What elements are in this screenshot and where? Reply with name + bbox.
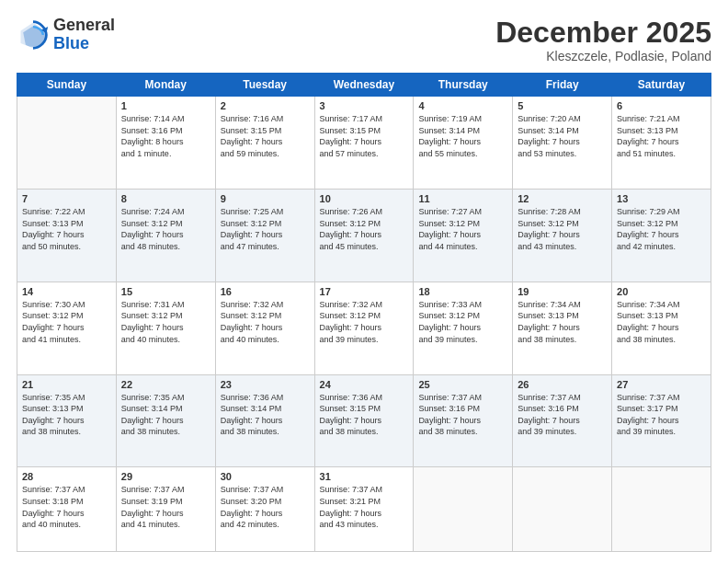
calendar-cell: [612, 467, 711, 552]
day-number: 25: [418, 379, 507, 390]
day-info: Sunrise: 7:16 AM Sunset: 3:15 PM Dayligh…: [221, 113, 310, 159]
day-info: Sunrise: 7:25 AM Sunset: 3:12 PM Dayligh…: [221, 206, 310, 252]
day-info: Sunrise: 7:32 AM Sunset: 3:12 PM Dayligh…: [221, 299, 310, 345]
day-info: Sunrise: 7:37 AM Sunset: 3:19 PM Dayligh…: [121, 484, 210, 530]
calendar-cell: 25Sunrise: 7:37 AM Sunset: 3:16 PM Dayli…: [414, 374, 513, 467]
day-info: Sunrise: 7:14 AM Sunset: 3:16 PM Dayligh…: [121, 113, 210, 159]
month-title: December 2025: [495, 17, 711, 49]
calendar-cell: [414, 467, 513, 552]
calendar-cell: [513, 467, 612, 552]
calendar-cell: 8Sunrise: 7:24 AM Sunset: 3:12 PM Daylig…: [116, 189, 215, 282]
calendar-cell: 11Sunrise: 7:27 AM Sunset: 3:12 PM Dayli…: [414, 189, 513, 282]
calendar-header-row: Sunday Monday Tuesday Wednesday Thursday…: [17, 74, 711, 97]
col-friday: Friday: [513, 74, 612, 97]
calendar-cell: 7Sunrise: 7:22 AM Sunset: 3:13 PM Daylig…: [17, 189, 117, 282]
calendar-week-row: 28Sunrise: 7:37 AM Sunset: 3:18 PM Dayli…: [17, 467, 711, 552]
day-info: Sunrise: 7:34 AM Sunset: 3:13 PM Dayligh…: [617, 299, 706, 345]
day-number: 30: [221, 471, 310, 482]
calendar-cell: 15Sunrise: 7:31 AM Sunset: 3:12 PM Dayli…: [116, 282, 215, 374]
calendar-table: Sunday Monday Tuesday Wednesday Thursday…: [17, 73, 711, 552]
calendar-cell: 23Sunrise: 7:36 AM Sunset: 3:14 PM Dayli…: [215, 374, 314, 467]
calendar-cell: 30Sunrise: 7:37 AM Sunset: 3:20 PM Dayli…: [215, 467, 314, 552]
day-number: 16: [221, 286, 310, 297]
day-number: 2: [221, 100, 310, 111]
calendar-cell: 3Sunrise: 7:17 AM Sunset: 3:15 PM Daylig…: [314, 97, 414, 190]
day-number: 27: [617, 379, 706, 390]
day-info: Sunrise: 7:24 AM Sunset: 3:12 PM Dayligh…: [121, 206, 210, 252]
calendar-cell: 28Sunrise: 7:37 AM Sunset: 3:18 PM Dayli…: [17, 467, 117, 552]
logo-text: General Blue: [53, 17, 115, 53]
day-info: Sunrise: 7:21 AM Sunset: 3:13 PM Dayligh…: [617, 113, 706, 159]
day-info: Sunrise: 7:31 AM Sunset: 3:12 PM Dayligh…: [121, 299, 210, 345]
calendar-cell: 5Sunrise: 7:20 AM Sunset: 3:14 PM Daylig…: [513, 97, 612, 190]
day-number: 3: [320, 100, 409, 111]
page: General Blue December 2025 Kleszczele, P…: [0, 0, 728, 563]
calendar-week-row: 14Sunrise: 7:30 AM Sunset: 3:12 PM Dayli…: [17, 282, 711, 374]
calendar-cell: 13Sunrise: 7:29 AM Sunset: 3:12 PM Dayli…: [612, 189, 711, 282]
calendar-week-row: 7Sunrise: 7:22 AM Sunset: 3:13 PM Daylig…: [17, 189, 711, 282]
day-number: 31: [320, 471, 409, 482]
calendar-cell: 12Sunrise: 7:28 AM Sunset: 3:12 PM Dayli…: [513, 189, 612, 282]
day-info: Sunrise: 7:30 AM Sunset: 3:12 PM Dayligh…: [22, 299, 111, 345]
day-number: 1: [121, 100, 210, 111]
day-info: Sunrise: 7:27 AM Sunset: 3:12 PM Dayligh…: [418, 206, 507, 252]
logo-icon: [17, 18, 50, 52]
day-number: 10: [320, 193, 409, 204]
day-number: 17: [320, 286, 409, 297]
location-subtitle: Kleszczele, Podlasie, Poland: [495, 49, 711, 63]
col-tuesday: Tuesday: [215, 74, 314, 97]
col-thursday: Thursday: [414, 74, 513, 97]
calendar-cell: 24Sunrise: 7:36 AM Sunset: 3:15 PM Dayli…: [314, 374, 414, 467]
day-number: 6: [617, 100, 706, 111]
day-number: 11: [418, 193, 507, 204]
day-info: Sunrise: 7:19 AM Sunset: 3:14 PM Dayligh…: [418, 113, 507, 159]
day-info: Sunrise: 7:37 AM Sunset: 3:21 PM Dayligh…: [320, 484, 409, 530]
day-number: 9: [221, 193, 310, 204]
day-info: Sunrise: 7:37 AM Sunset: 3:17 PM Dayligh…: [617, 392, 706, 438]
calendar-cell: 2Sunrise: 7:16 AM Sunset: 3:15 PM Daylig…: [215, 97, 314, 190]
day-info: Sunrise: 7:34 AM Sunset: 3:13 PM Dayligh…: [518, 299, 607, 345]
calendar-cell: 19Sunrise: 7:34 AM Sunset: 3:13 PM Dayli…: [513, 282, 612, 374]
day-info: Sunrise: 7:20 AM Sunset: 3:14 PM Dayligh…: [518, 113, 607, 159]
calendar-cell: 29Sunrise: 7:37 AM Sunset: 3:19 PM Dayli…: [116, 467, 215, 552]
calendar-cell: 1Sunrise: 7:14 AM Sunset: 3:16 PM Daylig…: [116, 97, 215, 190]
title-block: December 2025 Kleszczele, Podlasie, Pola…: [495, 17, 711, 63]
day-info: Sunrise: 7:37 AM Sunset: 3:16 PM Dayligh…: [518, 392, 607, 438]
header: General Blue December 2025 Kleszczele, P…: [17, 17, 711, 63]
calendar-cell: 4Sunrise: 7:19 AM Sunset: 3:14 PM Daylig…: [414, 97, 513, 190]
day-number: 12: [518, 193, 607, 204]
day-info: Sunrise: 7:28 AM Sunset: 3:12 PM Dayligh…: [518, 206, 607, 252]
day-number: 7: [22, 193, 111, 204]
day-number: 18: [418, 286, 507, 297]
day-number: 5: [518, 100, 607, 111]
day-number: 21: [22, 379, 111, 390]
day-info: Sunrise: 7:37 AM Sunset: 3:18 PM Dayligh…: [22, 484, 111, 530]
day-info: Sunrise: 7:37 AM Sunset: 3:16 PM Dayligh…: [418, 392, 507, 438]
day-number: 28: [22, 471, 111, 482]
col-saturday: Saturday: [612, 74, 711, 97]
calendar-cell: 21Sunrise: 7:35 AM Sunset: 3:13 PM Dayli…: [17, 374, 117, 467]
day-number: 19: [518, 286, 607, 297]
day-info: Sunrise: 7:22 AM Sunset: 3:13 PM Dayligh…: [22, 206, 111, 252]
day-number: 29: [121, 471, 210, 482]
calendar-cell: 6Sunrise: 7:21 AM Sunset: 3:13 PM Daylig…: [612, 97, 711, 190]
day-number: 15: [121, 286, 210, 297]
day-number: 24: [320, 379, 409, 390]
calendar-cell: 20Sunrise: 7:34 AM Sunset: 3:13 PM Dayli…: [612, 282, 711, 374]
day-info: Sunrise: 7:26 AM Sunset: 3:12 PM Dayligh…: [320, 206, 409, 252]
day-number: 26: [518, 379, 607, 390]
day-number: 13: [617, 193, 706, 204]
logo: General Blue: [17, 17, 115, 53]
calendar-cell: 17Sunrise: 7:32 AM Sunset: 3:12 PM Dayli…: [314, 282, 414, 374]
day-number: 20: [617, 286, 706, 297]
calendar-cell: 26Sunrise: 7:37 AM Sunset: 3:16 PM Dayli…: [513, 374, 612, 467]
calendar-cell: 10Sunrise: 7:26 AM Sunset: 3:12 PM Dayli…: [314, 189, 414, 282]
col-sunday: Sunday: [17, 74, 117, 97]
day-info: Sunrise: 7:17 AM Sunset: 3:15 PM Dayligh…: [320, 113, 409, 159]
day-info: Sunrise: 7:32 AM Sunset: 3:12 PM Dayligh…: [320, 299, 409, 345]
day-info: Sunrise: 7:29 AM Sunset: 3:12 PM Dayligh…: [617, 206, 706, 252]
day-info: Sunrise: 7:35 AM Sunset: 3:14 PM Dayligh…: [121, 392, 210, 438]
calendar-cell: 9Sunrise: 7:25 AM Sunset: 3:12 PM Daylig…: [215, 189, 314, 282]
day-info: Sunrise: 7:37 AM Sunset: 3:20 PM Dayligh…: [221, 484, 310, 530]
calendar-week-row: 1Sunrise: 7:14 AM Sunset: 3:16 PM Daylig…: [17, 97, 711, 190]
